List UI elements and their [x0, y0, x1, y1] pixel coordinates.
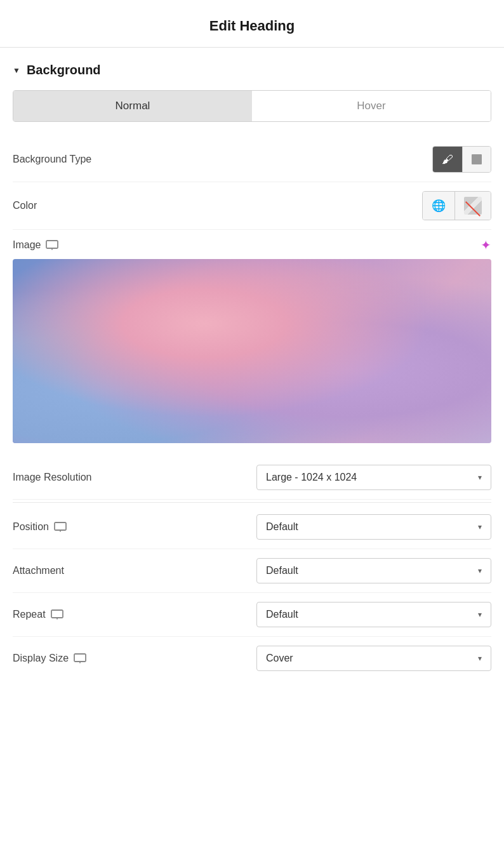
monitor-icon-image [46, 240, 58, 250]
display-size-value: Cover [266, 653, 293, 664]
attachment-select[interactable]: Default ▾ [256, 558, 491, 583]
square-icon [472, 154, 482, 164]
image-resolution-select[interactable]: Large - 1024 x 1024 ▾ [256, 465, 491, 490]
image-resolution-value: Large - 1024 x 1024 [266, 472, 357, 483]
chevron-down-icon-attachment: ▾ [478, 566, 482, 575]
tab-group: Normal Hover [13, 90, 491, 122]
attachment-row: Attachment Default ▾ [13, 549, 491, 593]
display-size-row: Display Size Cover ▾ [13, 637, 491, 680]
chevron-down-icon-repeat: ▾ [478, 610, 482, 619]
color-slash-button[interactable] [455, 192, 491, 220]
position-row: Position Default ▾ [13, 505, 491, 549]
section-title: Background [27, 63, 101, 77]
brush-icon: 🖌 [442, 153, 453, 166]
monitor-icon-position [54, 522, 67, 532]
attachment-label: Attachment [13, 565, 64, 576]
sparkle-icon[interactable]: ✦ [481, 237, 491, 253]
position-value: Default [266, 521, 298, 533]
svg-rect-9 [74, 654, 86, 662]
monitor-icon-repeat [51, 609, 63, 620]
repeat-row: Repeat Default ▾ [13, 593, 491, 637]
chevron-down-icon-display-size: ▾ [478, 654, 482, 663]
repeat-label-text: Repeat [13, 609, 46, 620]
page-title: Edit Heading [13, 18, 491, 34]
collapse-icon[interactable]: ▼ [13, 66, 20, 75]
image-preview [13, 259, 491, 443]
svg-rect-6 [51, 610, 63, 618]
svg-rect-3 [55, 523, 66, 530]
color-slash-icon [464, 197, 482, 215]
color-label: Color [13, 200, 37, 211]
chevron-down-icon: ▾ [478, 473, 482, 482]
display-size-label-text: Display Size [13, 653, 69, 664]
image-label-text: Image [13, 239, 41, 251]
image-resolution-row: Image Resolution Large - 1024 x 1024 ▾ [13, 456, 491, 500]
globe-icon: 🌐 [432, 199, 446, 213]
background-type-row: Background Type 🖌 [13, 137, 491, 182]
repeat-select[interactable]: Default ▾ [256, 602, 491, 627]
globe-button[interactable]: 🌐 [423, 192, 455, 220]
color-controls: 🌐 [422, 191, 491, 220]
position-select[interactable]: Default ▾ [256, 514, 491, 540]
color-row: Color 🌐 [13, 182, 491, 230]
position-label-group: Position [13, 521, 67, 533]
svg-rect-0 [46, 241, 58, 248]
repeat-value: Default [266, 609, 298, 620]
display-size-label-group: Display Size [13, 653, 86, 664]
monitor-icon-display-size [74, 653, 86, 663]
section-header: ▼ Background [13, 63, 491, 77]
background-type-label: Background Type [13, 154, 91, 165]
repeat-label-group: Repeat [13, 609, 63, 620]
square-type-button[interactable] [463, 147, 491, 172]
form-content: Background Type 🖌 Color 🌐 Image [0, 137, 504, 680]
image-row: Image ✦ [13, 230, 491, 259]
attachment-value: Default [266, 565, 298, 576]
image-resolution-label: Image Resolution [13, 472, 92, 483]
background-type-controls: 🖌 [432, 146, 491, 173]
tab-normal[interactable]: Normal [13, 91, 252, 121]
display-size-select[interactable]: Cover ▾ [256, 646, 491, 671]
brush-type-button[interactable]: 🖌 [433, 147, 463, 172]
tab-hover[interactable]: Hover [252, 91, 491, 121]
image-label-group: Image [13, 239, 58, 251]
background-section: ▼ Background Normal Hover [0, 48, 504, 122]
page-header: Edit Heading [0, 0, 504, 48]
gradient-background [13, 259, 491, 443]
position-label-text: Position [13, 521, 49, 533]
chevron-down-icon-position: ▾ [478, 523, 482, 531]
